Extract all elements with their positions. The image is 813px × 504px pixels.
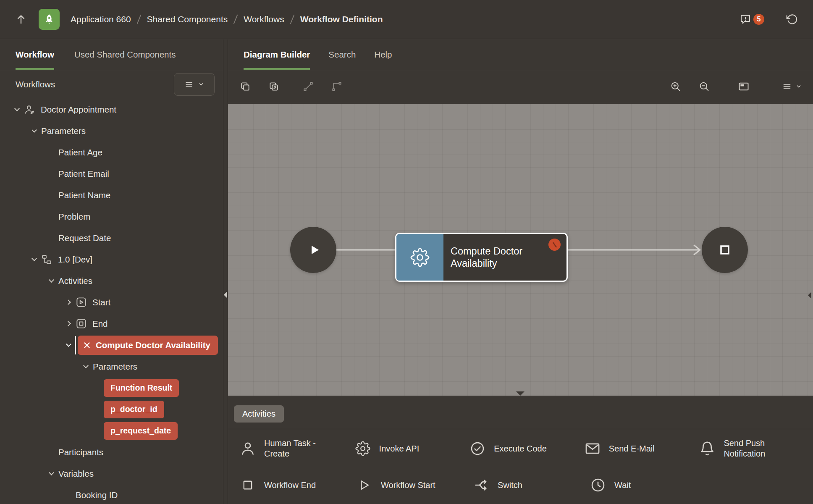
tree-item-version-1-0-dev[interactable]: 1.0 [Dev] <box>0 249 223 270</box>
start-node[interactable] <box>290 227 336 273</box>
zoom-out-icon <box>698 81 710 92</box>
application-icon[interactable] <box>39 9 60 30</box>
gear-icon <box>354 439 372 458</box>
tree-item-parameters[interactable]: Parameters <box>0 120 223 142</box>
right-splitter-collapse-handle[interactable] <box>808 292 811 299</box>
tree-item-label: Participants <box>58 447 103 457</box>
copy-with-connections-button[interactable] <box>268 80 280 93</box>
menu-icon <box>184 80 194 89</box>
tree-item-start[interactable]: Start <box>0 291 223 313</box>
tree-item-label: Request Date <box>58 233 111 243</box>
copy-button[interactable] <box>239 80 252 93</box>
tree-item-request-date[interactable]: Request Date <box>0 227 223 249</box>
task-node-compute-doctor-availability[interactable]: Compute Doctor Availability <box>395 233 568 282</box>
palette-item-label: Invoke API <box>379 444 420 454</box>
breadcrumb-item[interactable]: Application 660 <box>71 14 131 24</box>
sidebar-tabs: Workflow Used Shared Components <box>0 39 223 70</box>
tree-item-patient-name[interactable]: Patient Name <box>0 184 223 206</box>
tab-workflow[interactable]: Workflow <box>16 39 54 70</box>
tree-item-label: Patient Name <box>58 190 110 200</box>
tree-item-end[interactable]: End <box>0 313 223 334</box>
palette-item-switch[interactable]: Switch <box>472 468 589 502</box>
tab-diagram-builder[interactable]: Diagram Builder <box>244 39 310 70</box>
elbow-connection-button[interactable] <box>330 80 343 93</box>
fit-window-icon <box>738 81 750 92</box>
palette-item-invoke-api[interactable]: Invoke API <box>354 432 469 465</box>
palette-item-execute-code[interactable]: Execute Code <box>468 432 583 465</box>
zoom-out-button[interactable] <box>698 80 711 93</box>
tree-item-participants[interactable]: Participants <box>0 441 223 463</box>
palette-item-send-email[interactable]: Send E-Mail <box>583 432 698 465</box>
tree-item-patient-email[interactable]: Patient Email <box>0 163 223 184</box>
chevron-down-icon[interactable] <box>46 463 57 484</box>
tree-item-doctor-appointment[interactable]: Doctor Appointment <box>0 99 223 120</box>
breadcrumb-separator <box>290 14 294 24</box>
left-splitter[interactable] <box>223 39 228 504</box>
chevron-right-icon[interactable] <box>63 313 74 334</box>
chevron-spacer <box>46 163 57 184</box>
palette-item-label: Wait <box>614 480 631 491</box>
tab-search[interactable]: Search <box>328 39 356 70</box>
feedback-button[interactable]: 5 <box>739 13 764 26</box>
chevron-spacer <box>63 484 74 504</box>
copy-icon <box>240 81 251 92</box>
palette-item-human-task-create[interactable]: Human Task - Create <box>239 432 354 465</box>
palette-tab-activities[interactable]: Activities <box>234 405 284 423</box>
chevron-down-icon[interactable] <box>11 99 22 120</box>
tree-item-label: Doctor Appointment <box>41 105 116 115</box>
zoom-in-button[interactable] <box>669 80 682 93</box>
breadcrumb-item[interactable]: Workflows <box>244 14 284 24</box>
palette-item-label: Switch <box>498 480 522 491</box>
selected-activity-pill[interactable]: Compute Doctor Availability <box>78 336 218 355</box>
straight-connection-button[interactable] <box>302 80 315 93</box>
diagram-canvas[interactable]: Compute Doctor Availability <box>228 104 813 396</box>
tree-item-patient-age[interactable]: Patient Age <box>0 142 223 163</box>
tree-item-variables[interactable]: Variables <box>0 463 223 484</box>
up-button[interactable] <box>13 11 29 28</box>
parameter-badge[interactable]: p_request_date <box>104 422 178 440</box>
chevron-down-icon[interactable] <box>80 356 91 377</box>
notification-badge[interactable]: 5 <box>753 14 764 25</box>
splitter-collapse-handle[interactable] <box>224 291 227 298</box>
breadcrumb-item[interactable]: Shared Components <box>147 14 228 24</box>
chevron-down-icon[interactable] <box>29 120 39 142</box>
fit-window-button[interactable] <box>737 80 750 93</box>
chevron-down-icon[interactable] <box>63 334 74 356</box>
chevron-down-icon[interactable] <box>46 270 57 291</box>
tree-item-label: Booking ID <box>76 490 118 500</box>
palette-item-workflow-start[interactable]: Workflow Start <box>355 468 472 502</box>
reset-button[interactable] <box>784 11 800 28</box>
tab-used-shared-components[interactable]: Used Shared Components <box>74 39 176 70</box>
workflows-menu-button[interactable] <box>174 73 215 96</box>
chevron-right-icon[interactable] <box>63 291 74 313</box>
tab-help[interactable]: Help <box>374 39 392 70</box>
tree-item-p-request-date[interactable]: p_request_date <box>0 420 223 441</box>
gear-icon <box>410 248 430 267</box>
chevron-down-icon[interactable] <box>29 249 39 270</box>
end-activity-icon <box>75 318 87 330</box>
tree-item-p-doctor-id[interactable]: p_doctor_id <box>0 399 223 420</box>
chevron-spacer <box>46 227 57 249</box>
palette-item-wait[interactable]: Wait <box>589 468 705 502</box>
tree-item-label: Start <box>92 297 110 307</box>
zoom-in-icon <box>670 81 682 92</box>
tree-item-activities[interactable]: Activities <box>0 270 223 291</box>
tree-item-problem[interactable]: Problem <box>0 206 223 227</box>
end-node[interactable] <box>702 227 748 273</box>
tree-item-compute-doctor-availability[interactable]: Compute Doctor Availability <box>0 334 223 356</box>
tree-item-label: Activities <box>58 276 92 286</box>
diagram-menu-button[interactable] <box>782 81 802 92</box>
parameter-badge[interactable]: Function Result <box>104 379 179 397</box>
tree-item-booking-id[interactable]: Booking ID <box>0 484 223 504</box>
chevron-down-icon <box>198 81 205 88</box>
tree-item-label: Parameters <box>41 126 86 136</box>
tree-item-activity-parameters[interactable]: Parameters <box>0 356 223 377</box>
tree-item-function-result[interactable]: Function Result <box>0 377 223 399</box>
bottom-splitter-collapse-handle[interactable] <box>516 391 525 396</box>
chevron-spacer <box>46 441 57 463</box>
palette-item-workflow-end[interactable]: Workflow End <box>239 468 355 502</box>
parameter-badge[interactable]: p_doctor_id <box>104 401 164 418</box>
palette-item-send-push-notification[interactable]: Send Push Notification <box>698 432 813 465</box>
chevron-down-icon <box>795 83 802 90</box>
start-activity-icon <box>75 296 87 309</box>
